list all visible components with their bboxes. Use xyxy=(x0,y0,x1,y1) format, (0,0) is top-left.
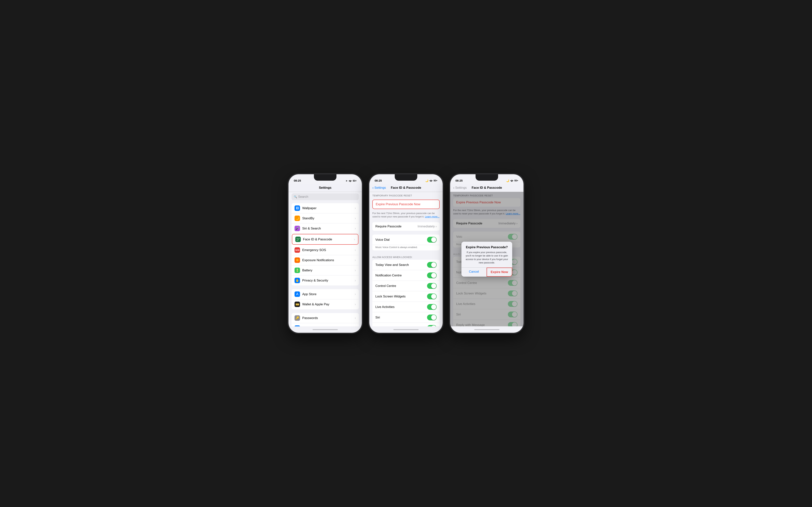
nav-header: ‹ Settings Face ID & Passcode xyxy=(369,184,443,192)
settings-row-wallpaper[interactable]: 🖼 Wallpaper › xyxy=(292,203,359,213)
settings-group-apps: 🔑 Passwords › ✉️ Mail › 👤 Contacts › 📅 C… xyxy=(292,313,359,326)
standby-icon: 🌙 xyxy=(295,216,300,221)
toggle-reply[interactable] xyxy=(427,325,437,326)
wallet-icon: 💳 xyxy=(295,301,300,307)
notch xyxy=(475,174,498,181)
back-chevron-icon: ‹ xyxy=(453,186,455,189)
voice-dial-row[interactable]: Voice Dial xyxy=(372,234,440,245)
settings-row-appstore[interactable]: A App Store › xyxy=(292,289,359,299)
standby-label: StandBy xyxy=(302,217,354,220)
back-chevron-icon: ‹ xyxy=(372,186,374,189)
voice-dial-toggle[interactable] xyxy=(427,237,437,243)
alert-buttons: Cancel Expire Now xyxy=(461,267,512,277)
home-indicator xyxy=(369,326,443,333)
settings-row-passwords[interactable]: 🔑 Passwords › xyxy=(292,313,359,323)
settings-row-privacy[interactable]: ✋ Privacy & Security › xyxy=(292,276,359,285)
settings-group-appearance: 🖼 Wallpaper › 🌙 StandBy › 🎤 Siri & Searc… xyxy=(292,203,359,285)
chevron-icon: › xyxy=(355,248,356,252)
home-bar xyxy=(393,329,419,330)
page-title: Face ID & Passcode xyxy=(391,186,421,190)
nav-header: Settings xyxy=(289,184,362,192)
privacy-label: Privacy & Security xyxy=(302,279,354,282)
back-button[interactable]: ‹ Settings xyxy=(372,186,386,190)
battery-icon: 93+ xyxy=(434,179,438,182)
alert-dialog: Expire Previous Passcode? If you expire … xyxy=(461,242,512,277)
back-label: Settings xyxy=(374,186,386,190)
battery-icon: 93+ xyxy=(353,179,357,182)
require-passcode-row[interactable]: Require Passcode Immediately › xyxy=(372,222,440,231)
notch xyxy=(395,174,417,181)
search-bar[interactable]: 🔍 Search xyxy=(292,193,359,200)
expire-button[interactable]: Expire Previous Passcode Now xyxy=(373,200,439,209)
mail-icon: ✉️ xyxy=(295,325,300,326)
sos-label: Emergency SOS xyxy=(302,248,354,252)
settings-row-siri[interactable]: 🎤 Siri & Search › xyxy=(292,223,359,234)
nav-header: ‹ Settings Face ID & Passcode xyxy=(450,184,523,192)
toggle-control[interactable] xyxy=(427,283,437,289)
privacy-icon: ✋ xyxy=(295,278,300,283)
page-title: Face ID & Passcode xyxy=(472,186,502,190)
appstore-icon: A xyxy=(295,291,300,297)
back-label: Settings xyxy=(455,186,467,190)
toggle-row-reply[interactable]: Reply with Message xyxy=(372,323,440,326)
settings-row-mail[interactable]: ✉️ Mail › xyxy=(292,323,359,326)
expire-info-text: For the next 71hrs 59min, your previous … xyxy=(369,211,443,221)
back-button[interactable]: ‹ Settings xyxy=(453,186,467,190)
notch xyxy=(314,174,337,181)
status-time: 08:25 xyxy=(455,179,463,182)
siri-icon: 🎤 xyxy=(295,226,300,231)
wallpaper-icon: 🖼 xyxy=(295,206,300,211)
allow-access-header: ALLOW ACCESS WHEN LOCKED: xyxy=(369,256,443,260)
wallet-label: Wallet & Apple Pay xyxy=(302,302,354,306)
toggle-row-notifications[interactable]: Notification Centre xyxy=(372,270,440,281)
alert-content: Expire Previous Passcode? If you expire … xyxy=(461,242,512,267)
toggle-today[interactable] xyxy=(427,262,437,268)
toggle-row-live[interactable]: Live Activities xyxy=(372,302,440,312)
toggle-live[interactable] xyxy=(427,304,437,310)
chevron-icon: › xyxy=(355,258,356,262)
settings-row-battery[interactable]: 🔋 Battery › xyxy=(292,265,359,276)
siri-label: Siri & Search xyxy=(302,227,354,230)
require-passcode-label: Require Passcode xyxy=(375,225,402,228)
expire-section: Expire Previous Passcode Now xyxy=(372,200,440,209)
svg-point-0 xyxy=(350,182,350,182)
toggle-row-control[interactable]: Control Centre xyxy=(372,281,440,291)
svg-rect-1 xyxy=(297,238,297,239)
settings-row-wallet[interactable]: 💳 Wallet & Apple Pay › xyxy=(292,299,359,309)
require-passcode-value: Immediately › xyxy=(418,225,437,228)
screen-content[interactable]: 🔍 Search 🖼 Wallpaper › 🌙 StandBy › 🎤 Sir… xyxy=(289,192,362,326)
home-indicator xyxy=(289,326,362,333)
chevron-icon: › xyxy=(355,278,356,282)
faceid-icon xyxy=(295,237,301,242)
toggle-row-siri[interactable]: Siri xyxy=(372,312,440,323)
settings-row-standby[interactable]: 🌙 StandBy › xyxy=(292,213,359,223)
page-title: Settings xyxy=(319,186,332,190)
svg-point-7 xyxy=(430,181,431,182)
settings-group-store: A App Store › 💳 Wallet & Apple Pay › xyxy=(292,289,359,309)
moon-icon: 🌙 xyxy=(506,179,509,182)
settings-row-exposure[interactable]: ☀️ Exposure Notifications › xyxy=(292,255,359,265)
wallpaper-label: Wallpaper xyxy=(302,206,354,210)
search-icon: 🔍 xyxy=(294,195,297,198)
status-icons: 🌙 93+ xyxy=(425,179,438,182)
settings-row-faceid[interactable]: Face ID & Passcode › xyxy=(292,234,358,245)
home-bar xyxy=(313,329,338,330)
toggle-row-lockwidgets[interactable]: Lock Screen Widgets xyxy=(372,291,440,302)
chevron-icon: › xyxy=(355,292,356,296)
learn-more-link[interactable]: Learn more... xyxy=(425,215,440,218)
battery-icon: 93+ xyxy=(514,179,518,182)
location-icon: ➤ xyxy=(346,179,348,182)
toggle-siri[interactable] xyxy=(427,315,437,320)
alert-confirm-button[interactable]: Expire Now xyxy=(487,268,512,277)
settings-row-sos[interactable]: SOS Emergency SOS › xyxy=(292,245,359,255)
iphone-faceid-settings: 08:25 🌙 93+ ‹ Settings Face ID & Passcod… xyxy=(369,174,443,333)
battery-label: Battery xyxy=(302,269,354,272)
screen: 08:25 🌙 93+ ‹ Settings Face ID & Passcod… xyxy=(450,174,523,333)
alert-cancel-button[interactable]: Cancel xyxy=(461,268,487,277)
toggle-row-today[interactable]: Today View and Search xyxy=(372,260,440,270)
toggle-lockwidgets[interactable] xyxy=(427,293,437,299)
chevron-icon: › xyxy=(355,206,356,210)
toggle-knob xyxy=(431,237,436,242)
screen-content[interactable]: TEMPORARY PASSCODE RESET Expire Previous… xyxy=(369,192,443,326)
toggle-notifications[interactable] xyxy=(427,273,437,278)
